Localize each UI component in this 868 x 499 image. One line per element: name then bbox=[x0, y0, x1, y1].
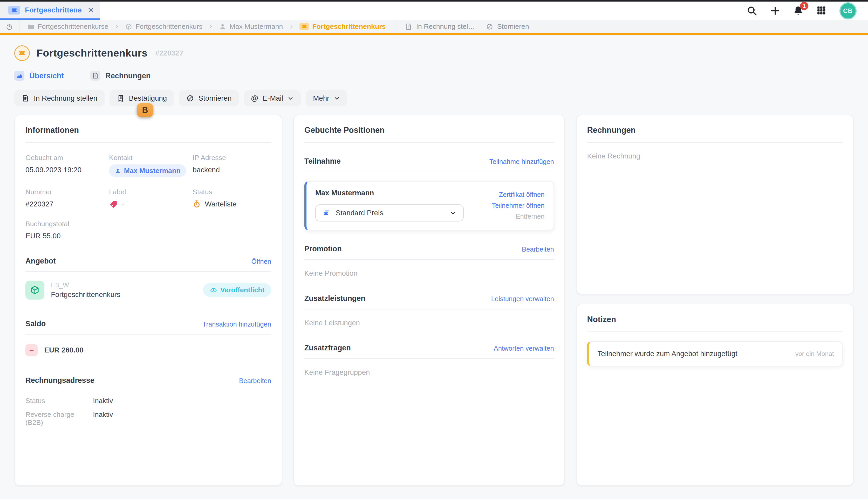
manage-answers-link[interactable]: Antworten verwalten bbox=[494, 345, 554, 352]
avatar[interactable]: CB bbox=[840, 2, 857, 20]
divider bbox=[304, 259, 554, 260]
invoice-icon bbox=[90, 71, 100, 81]
field-value: 05.09.2023 19:20 bbox=[25, 166, 109, 174]
offer-code: E3_W bbox=[51, 281, 120, 289]
invoice-icon bbox=[405, 23, 412, 31]
content-columns: Informationen Gebucht am 05.09.2023 19:2… bbox=[14, 114, 854, 486]
field-label-tag: Label - bbox=[109, 188, 193, 209]
apps-grid-icon[interactable] bbox=[816, 5, 827, 16]
add-transaction-link[interactable]: Transaktion hinzufügen bbox=[202, 320, 271, 328]
divider bbox=[25, 142, 271, 143]
open-certificate-link[interactable]: Zertifikat öffnen bbox=[499, 191, 545, 198]
stopwatch-icon bbox=[193, 200, 201, 208]
quick-action-label: Stornieren bbox=[497, 23, 529, 31]
offer-name: Fortgeschrittenenkurs bbox=[51, 291, 120, 299]
remove-link[interactable]: Entfernen bbox=[516, 213, 545, 220]
section-title: Promotion bbox=[304, 245, 342, 253]
chevron-down-icon bbox=[450, 209, 456, 216]
participant-card: Max Mustermann Standard Preis Ze bbox=[304, 181, 554, 230]
divider bbox=[587, 142, 843, 143]
tab-overview[interactable]: Übersicht bbox=[14, 71, 63, 81]
cancel-button[interactable]: Stornieren bbox=[179, 90, 239, 106]
section-title: Saldo bbox=[25, 319, 46, 328]
note-item: Teilnehmer wurde zum Angebot hinzugefügt… bbox=[587, 341, 843, 366]
breadcrumb-item-courses[interactable]: Fortgeschrittenenkurse bbox=[20, 23, 111, 31]
app-viewport: Fortgeschrittene… 1 CB bbox=[0, 0, 868, 499]
quick-action-label: In Rechnung stel… bbox=[416, 23, 475, 31]
history-icon[interactable] bbox=[0, 20, 19, 33]
offer-open-link[interactable]: Öffnen bbox=[251, 258, 271, 265]
price-select[interactable]: Standard Preis bbox=[315, 204, 464, 221]
field-status: Status Warteliste bbox=[193, 188, 271, 209]
tab-invoices[interactable]: Rechnungen bbox=[90, 71, 150, 81]
breadcrumb-item-booking-active[interactable]: Fortgeschrittenenkurs bbox=[297, 23, 388, 31]
breadcrumb-item-contact[interactable]: Max Mustermann bbox=[217, 23, 285, 31]
divider bbox=[304, 309, 554, 309]
add-participation-link[interactable]: Teilnahme hinzufügen bbox=[490, 158, 554, 166]
participant-name: Max Mustermann bbox=[315, 189, 464, 197]
quick-action-invoice[interactable]: In Rechnung stel… bbox=[405, 23, 475, 31]
breadcrumb: Fortgeschrittenenkurse Fortgeschrittenen… bbox=[0, 20, 868, 33]
cancel-icon bbox=[186, 94, 194, 102]
field-booked-at: Gebucht am 05.09.2023 19:20 bbox=[25, 154, 109, 177]
questions-section-header: Zusatzfragen Antworten verwalten bbox=[304, 344, 554, 352]
manage-services-link[interactable]: Leistungen verwalten bbox=[491, 295, 554, 303]
invoices-empty-state: Keine Rechnung bbox=[587, 152, 843, 160]
billing-edit-link[interactable]: Bearbeiten bbox=[239, 377, 271, 385]
person-icon bbox=[115, 168, 121, 174]
cube-icon bbox=[25, 281, 44, 300]
promotion-edit-link[interactable]: Bearbeiten bbox=[522, 246, 554, 253]
invoice-button[interactable]: In Rechnung stellen bbox=[14, 90, 104, 106]
main-content: Fortgeschrittenenkurs #220327 Übersicht … bbox=[0, 45, 868, 486]
field-label: Label bbox=[109, 188, 193, 196]
note-text: Teilnehmer wurde zum Angebot hinzugefügt bbox=[598, 350, 737, 358]
browser-tab[interactable]: Fortgeschrittene… bbox=[0, 2, 100, 20]
kv-value: Inaktiv bbox=[93, 397, 113, 405]
open-participant-link[interactable]: Teilnehmer öffnen bbox=[492, 202, 545, 209]
close-icon[interactable] bbox=[87, 6, 95, 14]
participant-links: Zertifikat öffnen Teilnehmer öffnen Entf… bbox=[492, 189, 545, 221]
search-icon[interactable] bbox=[746, 5, 758, 16]
published-badge: Veröffentlicht bbox=[203, 283, 271, 297]
add-icon[interactable] bbox=[770, 5, 781, 16]
saldo-section-header: Saldo Transaktion hinzufügen bbox=[25, 319, 271, 328]
breadcrumb-label: Fortgeschrittenenkurs bbox=[135, 23, 202, 31]
field-ip: IP Adresse backend bbox=[193, 154, 271, 177]
ticket-icon bbox=[300, 23, 309, 31]
information-card: Informationen Gebucht am 05.09.2023 19:2… bbox=[14, 114, 282, 486]
divider bbox=[304, 358, 554, 359]
section-title: Teilnahme bbox=[304, 157, 341, 166]
field-label: Kontakt bbox=[109, 154, 193, 162]
notifications-bell-icon[interactable]: 1 bbox=[793, 5, 804, 16]
contact-link[interactable]: Max Mustermann bbox=[109, 165, 186, 177]
billing-status-row: Status Inaktiv bbox=[25, 397, 271, 405]
email-button[interactable]: @ E-Mail bbox=[244, 90, 301, 106]
breadcrumb-quick-actions: In Rechnung stel… Stornieren bbox=[396, 23, 529, 31]
ticket-icon bbox=[14, 45, 30, 61]
contact-name: Max Mustermann bbox=[124, 167, 181, 175]
quick-action-cancel[interactable]: Stornieren bbox=[486, 23, 529, 31]
invoices-card: Rechnungen Keine Rechnung bbox=[576, 114, 854, 294]
receipt-icon bbox=[117, 94, 124, 102]
page-tabs: Übersicht Rechnungen bbox=[14, 71, 854, 81]
offer-item[interactable]: E3_W Fortgeschrittenenkurs Veröffentlich… bbox=[25, 281, 271, 300]
field-label: Nummer bbox=[25, 188, 109, 196]
cube-icon bbox=[125, 23, 132, 31]
titlebar: Fortgeschrittene… 1 CB bbox=[0, 2, 868, 20]
field-label: IP Adresse bbox=[193, 154, 271, 162]
breadcrumb-label: Max Mustermann bbox=[230, 23, 283, 31]
more-button[interactable]: Mehr bbox=[306, 90, 347, 106]
breadcrumb-item-course[interactable]: Fortgeschrittenenkurs bbox=[123, 23, 204, 31]
services-section-header: Zusatzleistungen Leistungen verwalten bbox=[304, 294, 554, 303]
field-value: #220327 bbox=[25, 200, 109, 208]
divider bbox=[25, 334, 271, 334]
button-label: Stornieren bbox=[198, 94, 232, 102]
card-title: Notizen bbox=[587, 315, 843, 324]
toolbar: In Rechnung stellen Bestätigung Stornier… bbox=[14, 90, 854, 106]
kv-label: Reverse charge (B2B) bbox=[25, 411, 93, 427]
saldo-amount: EUR 260.00 bbox=[44, 346, 84, 354]
card-title: Rechnungen bbox=[587, 125, 843, 135]
folder-icon bbox=[27, 23, 35, 31]
button-label: Mehr bbox=[313, 94, 329, 102]
promotion-section-header: Promotion Bearbeiten bbox=[304, 245, 554, 253]
